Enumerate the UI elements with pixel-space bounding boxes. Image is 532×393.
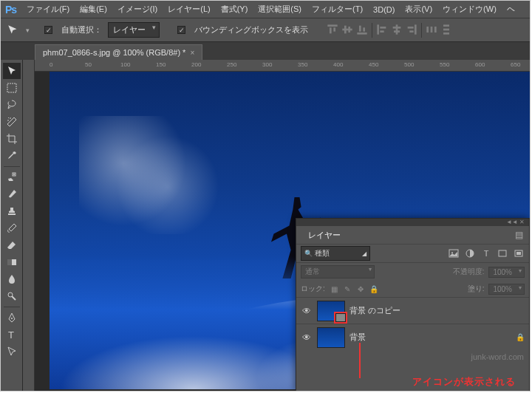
menu-window[interactable]: ウィンドウ(W)	[443, 4, 497, 15]
marquee-tool[interactable]	[3, 80, 21, 96]
svg-rect-2	[333, 27, 335, 31]
move-tool[interactable]	[3, 63, 21, 79]
align-top-icon[interactable]	[326, 23, 339, 36]
menu-bar: Ps ファイル(F) 編集(E) イメージ(I) レイヤー(L) 書式(Y) 選…	[1, 1, 530, 18]
svg-point-33	[451, 252, 453, 253]
layer-row[interactable]: 👁 背景 🔒	[296, 324, 529, 350]
lock-transparency-icon[interactable]: ▦	[330, 285, 339, 293]
healing-brush-tool[interactable]	[3, 169, 21, 185]
opacity-dd[interactable]: 100%	[488, 267, 525, 278]
blend-mode-dd[interactable]: 通常	[301, 265, 375, 278]
gradient-tool[interactable]	[3, 254, 21, 270]
watermark: junk-word.com	[471, 352, 524, 361]
svg-rect-13	[393, 27, 401, 29]
document-tabs: phm07_0866-s.jpg @ 100% (RGB/8#) * ×	[1, 42, 530, 60]
filter-smart-icon[interactable]	[513, 248, 525, 259]
visibility-icon[interactable]: 👁	[301, 332, 313, 343]
filter-type-icon[interactable]: T	[480, 248, 492, 259]
lock-position-icon[interactable]: ✥	[356, 285, 366, 293]
eyedropper-tool[interactable]	[3, 148, 21, 164]
svg-rect-1	[330, 27, 332, 33]
annotation-line	[359, 343, 361, 378]
layer-name[interactable]: 背景	[349, 332, 366, 343]
svg-rect-16	[408, 27, 414, 29]
svg-point-30	[11, 318, 13, 319]
menu-layer[interactable]: レイヤー(L)	[168, 4, 210, 15]
distribute-v-icon[interactable]	[440, 23, 453, 36]
layer-row[interactable]: 👁 背景 のコピー	[296, 297, 529, 324]
document-tab[interactable]: phm07_0866-s.jpg @ 100% (RGB/8#) * ×	[35, 44, 202, 60]
horizontal-ruler: 050100150200250300350400450500550600650	[35, 60, 530, 72]
autoselect-target-dd[interactable]: レイヤー	[108, 22, 160, 38]
lock-all-icon[interactable]: 🔒	[369, 285, 379, 293]
pen-tool[interactable]	[3, 310, 21, 326]
layer-list: 👁 背景 のコピー 👁 背景 🔒	[296, 297, 529, 350]
lock-icon: 🔒	[516, 333, 525, 341]
menu-3d[interactable]: 3D(D)	[373, 5, 395, 14]
align-hcenter-icon[interactable]	[390, 23, 403, 36]
menu-view[interactable]: 表示(V)	[405, 4, 432, 15]
dodge-tool[interactable]	[3, 288, 21, 304]
filter-adjust-icon[interactable]	[464, 248, 476, 259]
layer-thumbnail[interactable]	[317, 327, 345, 348]
type-tool[interactable]: T	[3, 327, 21, 343]
annotation-text: アイコンが表示される	[412, 375, 516, 389]
vertical-ruler	[23, 60, 35, 392]
align-bottom-icon[interactable]	[355, 23, 369, 36]
svg-rect-9	[377, 24, 379, 34]
tool-preset-dd[interactable]: ▾	[26, 27, 30, 34]
filter-pixel-icon[interactable]	[448, 248, 460, 259]
svg-rect-20	[434, 27, 437, 33]
filter-shape-icon[interactable]	[497, 248, 508, 259]
stamp-tool[interactable]	[3, 203, 21, 219]
svg-rect-24	[7, 83, 16, 92]
svg-rect-11	[380, 30, 383, 33]
menu-file[interactable]: ファイル(F)	[27, 4, 69, 15]
toolbox: T	[1, 60, 23, 392]
annotation-highlight	[334, 312, 347, 324]
tab-title: phm07_0866-s.jpg @ 100% (RGB/8#) *	[43, 48, 185, 57]
crop-tool[interactable]	[3, 131, 21, 147]
brush-tool[interactable]	[3, 186, 21, 202]
autoselect-label: 自動選択：	[61, 24, 102, 35]
layer-thumbnail[interactable]	[317, 301, 345, 321]
eraser-tool[interactable]	[3, 237, 21, 253]
menu-filter[interactable]: フィルター(T)	[312, 4, 363, 15]
path-select-tool[interactable]	[3, 344, 21, 360]
magic-wand-tool[interactable]	[3, 114, 21, 130]
layer-filter-dd[interactable]: 🔍種類◢	[301, 246, 370, 261]
visibility-icon[interactable]: 👁	[301, 306, 313, 316]
svg-rect-21	[443, 24, 449, 27]
lasso-tool[interactable]	[3, 97, 21, 113]
svg-rect-17	[409, 30, 413, 33]
menu-select[interactable]: 選択範囲(S)	[258, 4, 301, 15]
close-tab-icon[interactable]: ×	[190, 49, 194, 57]
menu-help[interactable]: ヘ	[507, 4, 515, 15]
options-bar: ▾ ✓ 自動選択： レイヤー ✓ バウンディングボックスを表示	[1, 18, 530, 42]
align-left-icon[interactable]	[375, 23, 389, 36]
svg-rect-14	[394, 30, 400, 33]
fill-dd[interactable]: 100%	[488, 284, 525, 295]
layers-tab[interactable]: レイヤー	[302, 227, 347, 244]
panel-collapse-bar[interactable]: ◄◄ ✕	[296, 219, 529, 226]
menu-image[interactable]: イメージ(I)	[117, 4, 157, 15]
distribute-h-icon[interactable]	[425, 23, 438, 36]
svg-rect-5	[348, 27, 350, 33]
lock-label: ロック:	[301, 284, 325, 294]
svg-rect-19	[431, 27, 433, 33]
svg-text:T: T	[8, 329, 14, 341]
menu-edit[interactable]: 編集(E)	[80, 4, 107, 15]
svg-rect-37	[516, 252, 521, 255]
bbox-checkbox[interactable]: ✓	[177, 26, 185, 34]
layer-name[interactable]: 背景 のコピー	[349, 305, 400, 316]
autoselect-checkbox[interactable]: ✓	[44, 26, 52, 34]
lock-pixels-icon[interactable]: ✎	[343, 285, 352, 293]
menu-type[interactable]: 書式(Y)	[221, 4, 248, 15]
svg-rect-22	[443, 28, 449, 30]
svg-rect-10	[380, 27, 386, 29]
history-brush-tool[interactable]	[3, 220, 21, 236]
blur-tool[interactable]	[3, 271, 21, 287]
panel-menu-icon[interactable]: ▤	[515, 230, 523, 240]
align-right-icon[interactable]	[405, 23, 418, 36]
align-vcenter-icon[interactable]	[341, 23, 354, 36]
